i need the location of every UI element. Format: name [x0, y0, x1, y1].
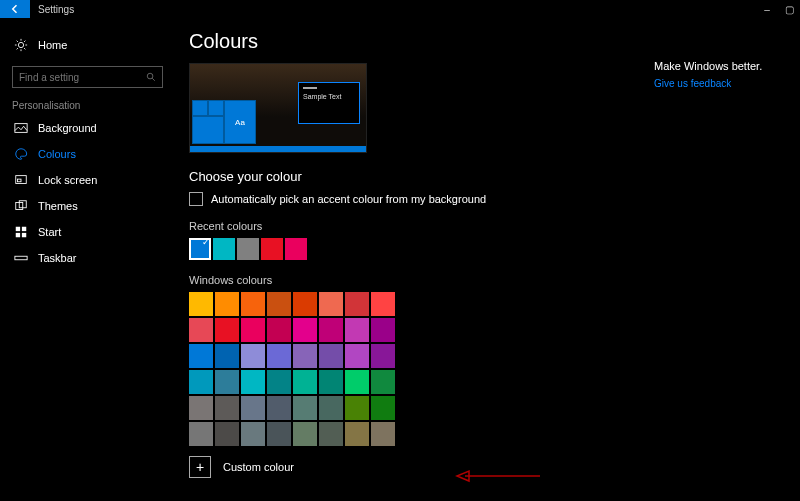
maximize-button[interactable]: ▢ [778, 0, 800, 18]
preview-window: Sample Text [298, 82, 360, 124]
back-arrow-icon [9, 3, 21, 15]
gear-icon [14, 38, 28, 52]
windows-colour-swatch[interactable] [371, 370, 395, 394]
windows-colour-swatch[interactable] [319, 292, 343, 316]
windows-colour-swatch[interactable] [345, 370, 369, 394]
recent-colour-swatch[interactable] [213, 238, 235, 260]
back-button[interactable] [0, 0, 30, 18]
sidebar-home-label: Home [38, 39, 67, 51]
windows-colour-swatch[interactable] [189, 318, 213, 342]
windows-colour-swatch[interactable] [241, 396, 265, 420]
windows-colour-swatch[interactable] [319, 370, 343, 394]
sidebar-item-label: Themes [38, 200, 78, 212]
windows-colour-swatch[interactable] [319, 422, 343, 446]
svg-rect-16 [16, 227, 20, 231]
windows-colour-swatch[interactable] [215, 292, 239, 316]
windows-colour-swatch[interactable] [215, 318, 239, 342]
windows-colour-swatch[interactable] [293, 396, 317, 420]
recent-colour-swatch[interactable] [189, 238, 211, 260]
preview-tile-aa: Aa [224, 100, 256, 144]
sidebar-group-label: Personalisation [0, 94, 175, 115]
windows-colour-swatch[interactable] [215, 422, 239, 446]
svg-line-5 [17, 41, 18, 42]
sidebar-item-colours[interactable]: Colours [0, 141, 175, 167]
windows-colour-swatch[interactable] [371, 318, 395, 342]
windows-colour-swatch[interactable] [241, 318, 265, 342]
windows-colour-swatch[interactable] [345, 344, 369, 368]
svg-line-7 [24, 41, 25, 42]
palette-icon [14, 147, 28, 161]
windows-colour-swatch[interactable] [267, 292, 291, 316]
sidebar-home[interactable]: Home [0, 32, 175, 58]
section-choose-colour: Choose your colour [189, 169, 800, 184]
svg-point-0 [18, 42, 23, 47]
search-field[interactable] [19, 72, 146, 83]
windows-colour-swatch[interactable] [319, 318, 343, 342]
themes-icon [14, 199, 28, 213]
windows-colour-swatch[interactable] [267, 318, 291, 342]
windows-colour-swatch[interactable] [215, 344, 239, 368]
titlebar: Settings – ▢ [0, 0, 800, 18]
auto-accent-checkbox[interactable]: Automatically pick an accent colour from… [189, 192, 800, 206]
recent-colours-label: Recent colours [189, 220, 800, 232]
svg-point-9 [147, 73, 153, 79]
windows-colour-swatch[interactable] [371, 396, 395, 420]
windows-colour-swatch[interactable] [319, 344, 343, 368]
windows-colour-swatch[interactable] [189, 396, 213, 420]
windows-colour-swatch[interactable] [293, 370, 317, 394]
windows-colour-swatch[interactable] [215, 396, 239, 420]
windows-colour-swatch[interactable] [345, 318, 369, 342]
windows-colour-swatch[interactable] [241, 344, 265, 368]
windows-colour-swatch[interactable] [371, 422, 395, 446]
svg-line-8 [17, 48, 18, 49]
windows-colour-swatch[interactable] [189, 344, 213, 368]
windows-colour-swatch[interactable] [293, 318, 317, 342]
svg-rect-20 [15, 256, 27, 260]
search-input[interactable] [12, 66, 163, 88]
windows-colour-swatch[interactable] [189, 370, 213, 394]
recent-colour-swatch[interactable] [261, 238, 283, 260]
windows-colour-swatch[interactable] [267, 344, 291, 368]
svg-line-6 [24, 48, 25, 49]
windows-colour-swatch[interactable] [319, 396, 343, 420]
windows-colour-swatch[interactable] [241, 292, 265, 316]
recent-colour-swatch[interactable] [237, 238, 259, 260]
windows-colour-swatch[interactable] [267, 370, 291, 394]
svg-rect-13 [18, 179, 22, 182]
search-icon [146, 71, 156, 83]
sidebar-item-themes[interactable]: Themes [0, 193, 175, 219]
sidebar: Home Personalisation Background Colours … [0, 18, 175, 501]
page-title: Colours [189, 30, 800, 53]
taskbar-icon [14, 251, 28, 265]
windows-colour-swatch[interactable] [371, 344, 395, 368]
sidebar-item-start[interactable]: Start [0, 219, 175, 245]
windows-colour-swatch[interactable] [189, 292, 213, 316]
recent-colour-swatch[interactable] [285, 238, 307, 260]
windows-colour-swatch[interactable] [293, 344, 317, 368]
sidebar-item-background[interactable]: Background [0, 115, 175, 141]
windows-colour-swatch[interactable] [345, 292, 369, 316]
windows-colour-swatch[interactable] [241, 370, 265, 394]
colour-preview: Aa Sample Text [189, 63, 367, 153]
checkbox-icon [189, 192, 203, 206]
sidebar-item-taskbar[interactable]: Taskbar [0, 245, 175, 271]
windows-colour-swatch[interactable] [215, 370, 239, 394]
start-icon [14, 225, 28, 239]
feedback-link[interactable]: Give us feedback [654, 78, 774, 89]
custom-colour-button[interactable]: + Custom colour [189, 456, 800, 478]
windows-colour-swatch[interactable] [345, 396, 369, 420]
auto-accent-label: Automatically pick an accent colour from… [211, 193, 486, 205]
windows-colour-swatch[interactable] [189, 422, 213, 446]
windows-colour-swatch[interactable] [267, 422, 291, 446]
svg-rect-19 [22, 233, 26, 237]
windows-colour-swatch[interactable] [293, 292, 317, 316]
windows-colour-swatch[interactable] [345, 422, 369, 446]
sidebar-item-lockscreen[interactable]: Lock screen [0, 167, 175, 193]
windows-colour-swatch[interactable] [267, 396, 291, 420]
windows-colour-swatch[interactable] [241, 422, 265, 446]
windows-colour-swatch[interactable] [371, 292, 395, 316]
windows-colour-swatch[interactable] [293, 422, 317, 446]
sidebar-item-label: Colours [38, 148, 76, 160]
sidebar-item-label: Start [38, 226, 61, 238]
minimize-button[interactable]: – [756, 0, 778, 18]
